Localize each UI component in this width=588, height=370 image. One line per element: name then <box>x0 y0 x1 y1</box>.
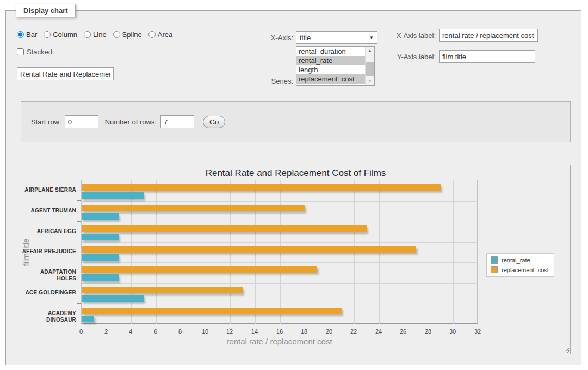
chart-type-radio-spline[interactable] <box>113 31 120 38</box>
bar-rental_rate <box>82 295 144 302</box>
legend-item-replacement_cost: replacement_cost <box>491 266 549 273</box>
x-tick-label: 16 <box>269 328 290 335</box>
chart-type-radio-area[interactable] <box>148 31 156 38</box>
series-option-rental_rate[interactable]: rental_rate <box>296 56 365 65</box>
y-tick-mark <box>77 283 81 283</box>
bar-replacement_cost <box>82 246 416 253</box>
x-tick-label: 22 <box>343 328 364 335</box>
series-option-rental_duration[interactable]: rental_duration <box>296 47 365 56</box>
series-options: rental_durationrental_ratelengthreplacem… <box>296 47 365 85</box>
chart-type-option-area: Area <box>148 30 172 39</box>
chart-type-option-label: Column <box>53 30 77 39</box>
bar-rental_rate <box>82 316 94 322</box>
gridline <box>429 180 429 324</box>
chart-area: Rental Rate and Replacement Cost of Film… <box>21 165 571 354</box>
y-axis-label-input[interactable] <box>439 50 535 63</box>
x-tick-label: 30 <box>442 328 463 335</box>
y-tick-mark <box>77 200 81 201</box>
bar-rental_rate <box>82 192 144 199</box>
gridline <box>82 242 478 243</box>
chart-type-option-column: Column <box>44 30 77 39</box>
series-multiselect[interactable]: rental_durationrental_ratelengthreplacem… <box>296 46 375 86</box>
scroll-up-icon[interactable]: ▲ <box>366 47 374 55</box>
x-tick-label: 18 <box>293 328 315 335</box>
chart-legend: rental_ratereplacement_cost <box>486 253 554 277</box>
x-axis-title: rental rate / replacement cost <box>81 337 478 346</box>
resize-handle-icon[interactable] <box>563 347 569 353</box>
bar-replacement_cost <box>82 287 243 293</box>
x-tick-label: 0 <box>70 328 92 335</box>
bar-replacement_cost <box>82 225 367 232</box>
scrollbar-thumb[interactable] <box>366 62 374 76</box>
x-axis-selected-value: title <box>300 34 369 42</box>
x-axis-label-row: X-Axis label: <box>393 29 538 42</box>
row-range-panel: Start row: Number of rows: Go <box>21 101 571 142</box>
series-label: Series: <box>253 77 293 85</box>
gridline <box>453 180 454 324</box>
chart-title: Rental Rate and Replacement Cost of Film… <box>21 168 570 179</box>
bar-rental_rate <box>82 213 119 220</box>
x-tick-label: 26 <box>392 328 414 335</box>
y-axis-title: film title <box>21 225 31 279</box>
x-axis-label-input[interactable] <box>439 29 538 42</box>
y-tick-mark <box>77 242 81 242</box>
chart-type-radio-line[interactable] <box>84 31 91 38</box>
display-chart-fieldset: Display chart BarColumnLineSplineArea St… <box>5 10 581 365</box>
chart-type-option-label: Area <box>158 30 172 39</box>
go-button[interactable]: Go <box>203 116 225 128</box>
y-tick-mark <box>77 324 81 324</box>
x-axis-row: X-Axis: title ▼ <box>253 31 377 44</box>
fieldset-legend: Display chart <box>16 4 76 17</box>
x-axis-select[interactable]: title ▼ <box>296 31 377 44</box>
x-tick-label: 20 <box>318 328 340 335</box>
legend-swatch <box>491 256 498 264</box>
legend-label: replacement_cost <box>502 267 549 273</box>
stacked-option: Stacked <box>17 48 52 56</box>
legend-label: rental_rate <box>502 257 530 264</box>
chart-type-radio-column[interactable] <box>44 31 51 38</box>
legend-swatch <box>491 266 498 273</box>
num-rows-input[interactable] <box>160 115 194 128</box>
bar-replacement_cost <box>82 308 342 314</box>
x-tick-label: 6 <box>145 328 166 335</box>
x-tick-label: 8 <box>169 328 191 335</box>
series-option-replacement_cost[interactable]: replacement_cost <box>296 74 365 84</box>
plot-area <box>81 180 478 324</box>
x-tick-label: 12 <box>219 328 240 335</box>
stacked-checkbox[interactable] <box>17 48 24 55</box>
bar-replacement_cost <box>82 184 441 191</box>
chart-title-input[interactable] <box>17 67 114 80</box>
bar-replacement_cost <box>82 266 317 273</box>
y-category-label: ACE GOLDFINGER <box>21 290 76 296</box>
scroll-down-icon[interactable]: ▼ <box>366 77 374 85</box>
start-row-label: Start row: <box>31 118 61 126</box>
y-axis-label-caption: Y-Axis label: <box>393 53 436 61</box>
x-tick-label: 32 <box>467 328 488 335</box>
x-axis-label: X-Axis: <box>253 34 293 42</box>
chart-type-option-label: Bar <box>26 30 37 39</box>
gridline <box>82 262 478 263</box>
chart-type-option-label: Line <box>93 30 107 39</box>
num-rows-label: Number of rows: <box>105 118 157 126</box>
series-scrollbar[interactable]: ▲ ▼ <box>365 47 374 85</box>
chart-type-option-bar: Bar <box>17 30 37 39</box>
chevron-down-icon: ▼ <box>369 35 374 40</box>
legend-item-rental_rate: rental_rate <box>491 256 549 264</box>
y-category-label: ACADEMY DINOSAUR <box>21 310 76 323</box>
gridline <box>82 222 478 222</box>
chart-type-radio-bar[interactable] <box>17 31 24 38</box>
x-tick-label: 4 <box>120 328 141 335</box>
bar-replacement_cost <box>82 205 305 211</box>
y-category-label: AIRPLANE SIERRA <box>21 187 76 193</box>
y-tick-mark <box>77 262 81 262</box>
start-row-input[interactable] <box>65 115 98 128</box>
chart-type-option-label: Spline <box>122 30 142 39</box>
chart-type-option-spline: Spline <box>113 30 142 39</box>
bar-rental_rate <box>82 274 119 281</box>
y-tick-mark <box>77 180 81 180</box>
bar-rental_rate <box>82 254 119 261</box>
stacked-label: Stacked <box>27 48 52 56</box>
y-tick-mark <box>77 303 81 304</box>
chart-type-radio-group: BarColumnLineSplineArea <box>17 30 172 39</box>
series-option-length[interactable]: length <box>296 65 365 74</box>
